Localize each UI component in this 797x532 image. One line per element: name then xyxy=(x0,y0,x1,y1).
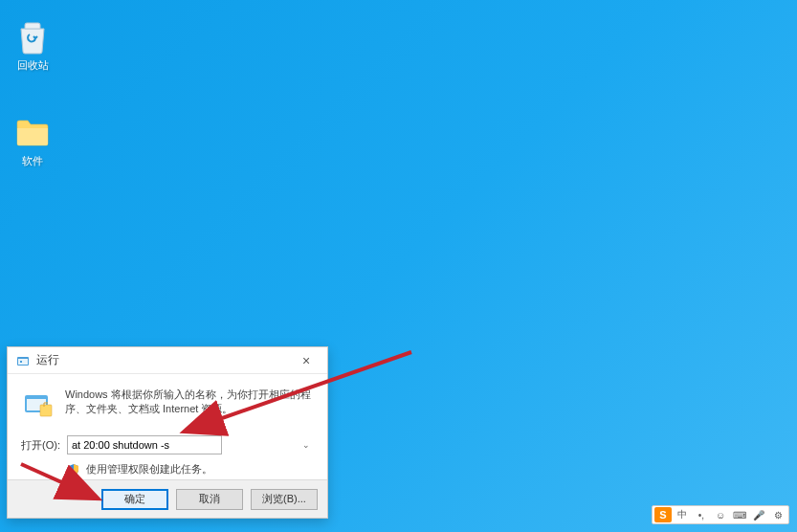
dialog-body: Windows 将根据你所输入的名称，为你打开相应的程序、文件夹、文档或 Int… xyxy=(8,374,327,488)
recycle-bin-glyph xyxy=(13,17,52,55)
sogou-ime-icon[interactable]: S xyxy=(654,507,672,522)
run-title-icon xyxy=(15,353,31,368)
ok-button[interactable]: 确定 xyxy=(101,489,168,510)
svg-rect-4 xyxy=(40,405,52,416)
browse-button[interactable]: 浏览(B)... xyxy=(251,489,318,510)
recycle-bin-icon[interactable]: 回收站 xyxy=(4,17,61,73)
recycle-bin-label: 回收站 xyxy=(17,58,49,73)
ime-punct-icon[interactable]: •, xyxy=(693,507,710,522)
dropdown-icon: ⌄ xyxy=(302,440,310,450)
svg-rect-1 xyxy=(18,359,28,365)
software-folder-label: 软件 xyxy=(22,154,43,168)
admin-note: 使用管理权限创建此任务。 xyxy=(86,462,212,477)
ime-settings-icon[interactable]: ⚙ xyxy=(769,507,786,522)
run-command-input[interactable] xyxy=(67,435,222,454)
dialog-footer: 确定 取消 浏览(B)... xyxy=(8,479,327,518)
close-icon: × xyxy=(302,353,310,368)
ime-emoji-icon[interactable]: ☺ xyxy=(712,507,729,522)
software-folder-icon[interactable]: 软件 xyxy=(4,113,61,168)
run-program-icon xyxy=(21,388,55,422)
run-description: Windows 将根据你所输入的名称，为你打开相应的程序、文件夹、文档或 Int… xyxy=(65,388,314,417)
folder-glyph xyxy=(13,113,52,151)
open-label: 打开(O): xyxy=(21,438,67,453)
ime-lang[interactable]: 中 xyxy=(674,507,691,522)
dialog-titlebar[interactable]: 运行 × xyxy=(8,347,327,374)
cancel-button[interactable]: 取消 xyxy=(176,489,243,510)
close-button[interactable]: × xyxy=(293,351,320,370)
shield-icon xyxy=(67,463,80,477)
ime-voice-icon[interactable]: 🎤 xyxy=(750,507,767,522)
run-dialog: 运行 × Windows 将根据你所输入的名称，为你打开相应的程序、文件夹、文档… xyxy=(7,346,328,519)
ime-keyboard-icon[interactable]: ⌨ xyxy=(731,507,748,522)
dialog-title: 运行 xyxy=(36,352,293,368)
ime-toolbar[interactable]: S 中 •, ☺ ⌨ 🎤 ⚙ xyxy=(652,505,789,524)
